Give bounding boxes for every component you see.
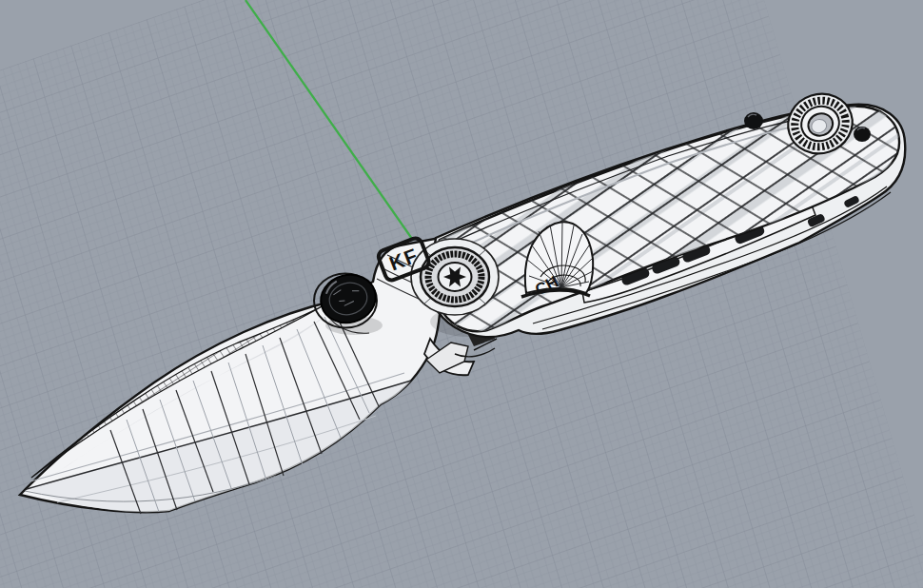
viewport-canvas[interactable]: CH (0, 0, 923, 588)
cad-viewport[interactable]: CH (0, 0, 923, 588)
